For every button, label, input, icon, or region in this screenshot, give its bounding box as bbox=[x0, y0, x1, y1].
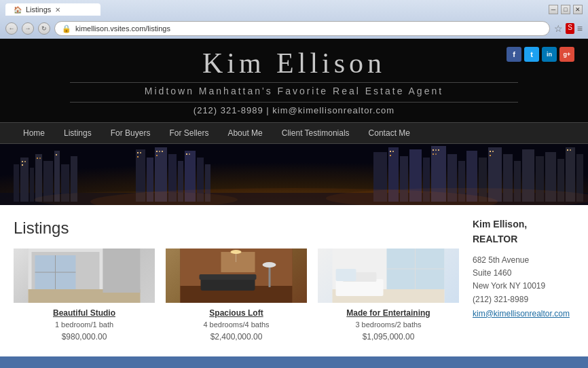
listing-card-loft: Spacious Loft 4 bedrooms/4 baths $2,400,… bbox=[166, 249, 307, 343]
svg-rect-5 bbox=[35, 154, 42, 202]
nav-listings[interactable]: Listings bbox=[54, 123, 101, 143]
svg-rect-54 bbox=[390, 155, 391, 156]
svg-rect-15 bbox=[56, 154, 57, 155]
svg-rect-26 bbox=[137, 156, 139, 158]
listing-image-entertaining[interactable] bbox=[318, 249, 459, 303]
listing-image-studio[interactable] bbox=[14, 249, 155, 303]
svg-rect-75 bbox=[103, 249, 141, 293]
website-content: f t in g+ Kim Ellison Midtown Manhattan'… bbox=[0, 39, 588, 356]
menu-icon[interactable]: ≡ bbox=[577, 23, 583, 34]
svg-rect-82 bbox=[200, 274, 257, 280]
nav-home[interactable]: Home bbox=[14, 123, 54, 143]
listings-grid: Beautiful Studio 1 bedroom/1 bath $980,0… bbox=[14, 249, 459, 343]
listing-name-studio[interactable]: Beautiful Studio bbox=[14, 308, 155, 318]
listing-card-entertaining: Made for Entertaining 3 bedrooms/2 baths… bbox=[318, 249, 459, 343]
listings-section: Listings bbox=[14, 219, 459, 343]
svg-rect-12 bbox=[22, 164, 23, 166]
svg-point-84 bbox=[263, 262, 276, 268]
contact-sidebar: Kim Ellison, REALTOR 682 5th Avenue Suit… bbox=[473, 219, 574, 343]
address-bar-row: ← → ↻ 🔒 kimellison.vsites.com/listings ☆… bbox=[0, 19, 588, 39]
linkedin-icon[interactable]: in bbox=[542, 47, 557, 62]
address-bar[interactable]: 🔒 kimellison.vsites.com/listings bbox=[54, 21, 550, 36]
facebook-icon[interactable]: f bbox=[507, 47, 521, 62]
nav-contact-me[interactable]: Contact Me bbox=[359, 123, 420, 143]
window-controls: ─ □ ✕ bbox=[549, 5, 583, 14]
url-text: kimellison.vsites.com/listings bbox=[75, 24, 170, 33]
svg-rect-11 bbox=[24, 161, 26, 162]
twitter-icon[interactable]: t bbox=[524, 47, 539, 62]
nav-about-me[interactable]: About Me bbox=[218, 123, 272, 143]
site-navigation: Home Listings For Buyers For Sellers Abo… bbox=[0, 122, 588, 144]
site-tagline: Midtown Manhattan's Favorite Real Estate… bbox=[70, 86, 519, 96]
svg-rect-52 bbox=[390, 151, 391, 152]
extension-icon-1[interactable]: S bbox=[566, 23, 574, 34]
contact-email: kim@kimellisonrealtor.com bbox=[272, 105, 394, 115]
listing-bedrooms-studio: 1 bedroom/1 bath bbox=[14, 319, 155, 331]
googleplus-icon[interactable]: g+ bbox=[559, 47, 574, 62]
svg-rect-58 bbox=[433, 153, 434, 155]
minimize-button[interactable]: ─ bbox=[549, 5, 558, 14]
social-icons: f t in g+ bbox=[507, 47, 574, 62]
refresh-button[interactable]: ↻ bbox=[38, 22, 50, 35]
nav-for-sellers[interactable]: For Sellers bbox=[160, 123, 218, 143]
sidebar-address-line2: Suite 1460 bbox=[473, 267, 574, 280]
svg-rect-53 bbox=[392, 151, 394, 152]
listing-bedrooms-entertaining: 3 bedrooms/2 baths bbox=[318, 319, 459, 331]
tab-icon: 🏠 bbox=[14, 6, 22, 14]
tab-close-button[interactable]: ✕ bbox=[55, 6, 60, 14]
site-name: Kim Ellison bbox=[14, 47, 574, 79]
sidebar-email[interactable]: kim@kimellisonrealtor.com bbox=[473, 309, 574, 318]
svg-rect-93 bbox=[336, 269, 356, 281]
hero-image bbox=[0, 144, 588, 205]
listing-name-entertaining[interactable]: Made for Entertaining bbox=[318, 308, 459, 318]
svg-rect-59 bbox=[435, 153, 437, 155]
svg-rect-2 bbox=[14, 164, 19, 202]
listing-details-loft: 4 bedrooms/4 baths $2,400,000.00 bbox=[166, 319, 307, 343]
svg-rect-63 bbox=[567, 149, 568, 151]
listing-image-loft[interactable] bbox=[166, 249, 307, 303]
svg-rect-14 bbox=[39, 158, 41, 159]
bookmark-icon[interactable]: ☆ bbox=[554, 23, 563, 34]
svg-rect-24 bbox=[137, 152, 139, 153]
svg-rect-60 bbox=[490, 151, 491, 152]
listing-name-loft[interactable]: Spacious Loft bbox=[166, 308, 307, 318]
svg-rect-7 bbox=[54, 151, 60, 202]
contact-separator: | bbox=[266, 105, 272, 115]
contact-phone: (212) 321-8989 bbox=[194, 105, 263, 115]
svg-rect-29 bbox=[162, 151, 163, 152]
browser-actions: ☆ S ≡ bbox=[554, 23, 583, 34]
main-content: Listings bbox=[0, 205, 588, 356]
back-button[interactable]: ← bbox=[5, 22, 18, 35]
svg-rect-56 bbox=[435, 149, 437, 151]
svg-rect-85 bbox=[221, 252, 255, 272]
svg-rect-28 bbox=[159, 151, 160, 152]
listing-price-entertaining: $1,095,000.00 bbox=[318, 331, 459, 343]
tab-title: Listings bbox=[26, 5, 51, 14]
sidebar-address-line3: New York NY 10019 bbox=[473, 280, 574, 293]
svg-rect-61 bbox=[492, 151, 494, 152]
svg-rect-55 bbox=[433, 149, 434, 151]
svg-rect-10 bbox=[22, 161, 23, 162]
listing-details-studio: 1 bedroom/1 bath $980,000.00 bbox=[14, 319, 155, 343]
svg-rect-27 bbox=[156, 151, 158, 152]
close-button[interactable]: ✕ bbox=[573, 5, 583, 14]
nav-for-buyers[interactable]: For Buyers bbox=[101, 123, 160, 143]
listing-price-loft: $2,400,000.00 bbox=[166, 331, 307, 343]
forward-button[interactable]: → bbox=[22, 22, 34, 35]
listing-price-studio: $980,000.00 bbox=[14, 331, 155, 343]
svg-rect-57 bbox=[438, 149, 439, 151]
svg-rect-64 bbox=[570, 149, 571, 151]
sidebar-address-line1: 682 5th Avenue bbox=[473, 254, 574, 267]
sidebar-agent-title: REALTOR bbox=[473, 234, 574, 244]
site-contact: (212) 321-8989 | kim@kimellisonrealtor.c… bbox=[14, 105, 574, 115]
listing-details-entertaining: 3 bedrooms/2 baths $1,095,000.00 bbox=[318, 319, 459, 343]
listing-bedrooms-loft: 4 bedrooms/4 baths bbox=[166, 319, 307, 331]
svg-rect-25 bbox=[140, 152, 141, 153]
sidebar-phone: (212) 321-8989 bbox=[473, 293, 574, 306]
nav-client-testimonials[interactable]: Client Testimonials bbox=[272, 123, 359, 143]
listing-card-studio: Beautiful Studio 1 bedroom/1 bath $980,0… bbox=[14, 249, 155, 343]
browser-window: 🏠 Listings ✕ ─ □ ✕ ← → ↻ 🔒 kimellison.vs… bbox=[0, 0, 588, 39]
site-header: f t in g+ Kim Ellison Midtown Manhattan'… bbox=[0, 39, 588, 122]
browser-tab[interactable]: 🏠 Listings ✕ bbox=[5, 3, 100, 16]
maximize-button[interactable]: □ bbox=[561, 5, 570, 14]
